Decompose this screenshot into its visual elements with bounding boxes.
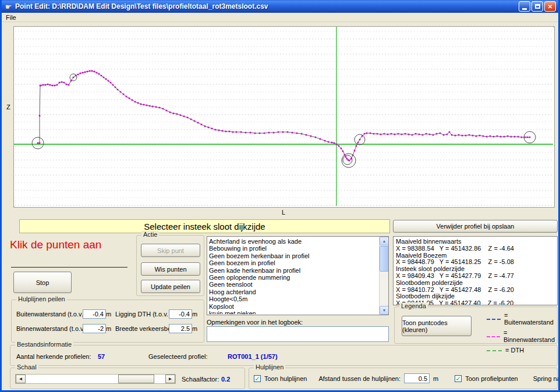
schaal-title: Schaal — [15, 364, 38, 370]
minimize-button[interactable] — [519, 1, 530, 12]
point-name: Slootbodem polderzijde — [396, 280, 555, 287]
maximize-button[interactable] — [531, 1, 543, 12]
window-title: Point Edit: D:\RRD\DAM Edit Design\Test … — [15, 2, 519, 10]
remarks-listbox[interactable]: Achterland is evenhoog als kadeBebouwing… — [207, 236, 389, 315]
verwijder-profiel-button[interactable]: Verwijder profiel bij opslaan — [393, 220, 558, 233]
toon-profielpunten-checkbox[interactable]: ✓ — [455, 375, 462, 382]
close-button[interactable]: ✕ — [544, 1, 556, 12]
legend-dash-icon — [487, 319, 501, 320]
close-icon: ✕ — [548, 3, 552, 10]
actie-groupbox: Actie Skip punt Wis punten Update peilen — [136, 235, 204, 296]
aantal-profielen-value: 57 — [98, 353, 105, 360]
info-panel-lines: Maaiveld binnenwaartsX = 98388.54 Y = 45… — [396, 238, 555, 305]
binnenwaterstand-unit: m — [106, 325, 115, 332]
arrow-right-icon: ► — [168, 376, 173, 382]
arrow-down-icon: ▼ — [382, 308, 387, 312]
scroll-up-button[interactable]: ▲ — [380, 237, 389, 245]
scroll-left-button[interactable]: ◄ — [16, 375, 26, 383]
arrow-left-icon: ◄ — [19, 376, 23, 382]
toon-hulplijnen-label: Toon hulplijnen — [264, 375, 307, 382]
list-item[interactable]: Geen kade herkenbaar in profiel — [209, 267, 377, 274]
breedte-verkeersbelasting-input[interactable] — [169, 324, 192, 333]
schaalfactor-value: 0.2 — [221, 376, 230, 383]
title-bar[interactable]: ☛ Point Edit: D:\RRD\DAM Edit Design\Tes… — [2, 0, 558, 13]
list-item[interactable]: Achterland is evenhoog als kade — [209, 238, 377, 245]
afstand-hulplijnen-label: Afstand tussen de hulplijnen: — [318, 375, 400, 382]
hulplijnen-groupbox: Hulplijnen ✓ Toon hulplijnen Afstand tus… — [249, 368, 558, 389]
schaalfactor-label: Schaalfactor: — [182, 376, 219, 383]
afstand-unit: m — [433, 375, 438, 382]
list-item[interactable]: Geen teensloot — [209, 281, 377, 288]
binnenwaterstand-label: Binnenwaterstand (t.o.v. NAP): — [16, 325, 83, 332]
skip-punt-button[interactable]: Skip punt — [141, 244, 200, 257]
list-item[interactable]: Geen boezem herkenbaar in profiel — [209, 252, 377, 259]
schaal-groupbox: Schaal ◄ ► Schaalfactor: 0.2 — [10, 368, 245, 389]
schaal-scrollbar[interactable]: ◄ ► — [15, 374, 176, 384]
spring-naar-label: Spring naar: — [533, 375, 560, 382]
list-item[interactable]: kruin met pieken — [209, 310, 377, 314]
y-axis-label: Z — [6, 104, 10, 111]
app-window: ☛ Point Edit: D:\RRD\DAM Edit Design\Tes… — [0, 0, 560, 392]
profile-chart[interactable] — [13, 26, 555, 208]
app-icon: ☛ — [4, 2, 13, 11]
menu-bar: File — [2, 13, 558, 22]
legend-entry: = Binnenwaterstand — [487, 329, 555, 343]
legend-label: = Binnenwaterstand — [504, 329, 555, 343]
aantal-profielen-label: Aantal herkende profielen: — [16, 353, 91, 360]
buitenwaterstand-unit: m — [106, 311, 115, 318]
scroll-down-button[interactable]: ▼ — [380, 306, 389, 315]
arrow-up-icon: ▲ — [382, 239, 387, 243]
x-axis-label: L — [282, 209, 285, 216]
ligging-dth-input[interactable] — [169, 309, 192, 319]
list-item[interactable]: Geen oplopende nummering — [209, 274, 377, 281]
breedte-verkeersbelasting-unit: m — [192, 325, 199, 332]
remarks-listbox-items: Achterland is evenhoog als kadeBebouwing… — [208, 237, 378, 314]
minimize-icon — [522, 8, 527, 10]
list-item[interactable]: Kopsloot — [209, 303, 377, 310]
legend-entry: = Buitenwaterstand — [487, 312, 555, 326]
logbook-label: Opmerkingen voor in het logboek: — [207, 319, 303, 326]
hulplijnen-peilen-title: Hulplijnen peilen — [16, 295, 67, 302]
binnenwaterstand-input[interactable] — [83, 324, 106, 333]
chart-plot-area[interactable] — [14, 27, 553, 206]
update-peilen-button[interactable]: Update peilen — [141, 280, 200, 293]
bestandsinformatie-groupbox: Bestandsinformatie Aantal herkende profi… — [10, 345, 558, 366]
selection-banner: Selecteer insteek sloot dijkzijde — [19, 219, 390, 233]
maximize-icon — [535, 4, 540, 9]
toon-profielpunten-label: Toon profielpunten — [465, 375, 518, 382]
breedte-verkeersbelasting-label: Breedte verkeersbelasting: — [115, 325, 169, 332]
bestandsinformatie-title: Bestandsinformatie — [15, 341, 73, 348]
schaal-scrollbar-thumb[interactable] — [118, 375, 154, 383]
list-item[interactable]: Bebouwing in profiel — [209, 245, 377, 252]
toon-puntcodes-button[interactable]: Toon puntcodes (kleuren) — [402, 316, 472, 336]
buitenwaterstand-input[interactable] — [83, 309, 106, 319]
logbook-input[interactable] — [207, 326, 389, 342]
toon-hulplijnen-checkbox[interactable]: ✓ — [254, 375, 261, 382]
stop-button[interactable]: Stop — [13, 272, 72, 293]
instruction-text: Klik de punten aan — [10, 238, 101, 251]
legend-dash-icon — [487, 336, 500, 337]
legenda-title: Legenda — [399, 302, 428, 309]
geselecteerd-profiel-label: Geselecteerd profiel: — [148, 353, 208, 360]
point-coordinates: X = 98409.43 Y = 451427.79 Z = -4.77 — [396, 273, 555, 280]
list-item[interactable]: Hoog achterland — [209, 288, 377, 295]
actie-title: Actie — [141, 231, 159, 238]
legenda-groupbox: Legenda Toon puntcodes (kleuren) = Buite… — [394, 307, 558, 344]
menu-file[interactable]: File — [2, 13, 20, 22]
list-item[interactable]: Geen boezem in profiel — [209, 259, 377, 266]
buitenwaterstand-label: Buitenwaterstand (t.o.v. NAP): — [16, 311, 83, 318]
ligging-dth-label: Ligging DTH (t.o.v. NAP): — [115, 311, 169, 318]
legend-label: = Buitenwaterstand — [504, 312, 555, 326]
hulplijnen-peilen-groupbox: Hulplijnen peilen Buitenwaterstand (t.o.… — [11, 300, 204, 343]
point-coordinates: X = 98388.54 Y = 451432.86 Z = -4.64 — [396, 245, 555, 252]
listbox-scrollbar[interactable]: ▲ ▼ — [379, 237, 388, 315]
afstand-hulplijnen-input[interactable] — [404, 373, 430, 383]
ligging-dth-unit: m — [192, 311, 199, 318]
geselecteerd-profiel-value: ROT001_1 (1/57) — [228, 353, 278, 360]
divider-line — [11, 267, 127, 268]
wis-punten-button[interactable]: Wis punten — [141, 262, 200, 276]
list-item[interactable]: Hoogte<0,5m — [209, 295, 377, 302]
scrollbar-thumb[interactable] — [380, 246, 389, 272]
scroll-right-button[interactable]: ► — [165, 375, 175, 383]
selected-points-panel: Maaiveld binnenwaartsX = 98388.54 Y = 45… — [393, 236, 558, 305]
